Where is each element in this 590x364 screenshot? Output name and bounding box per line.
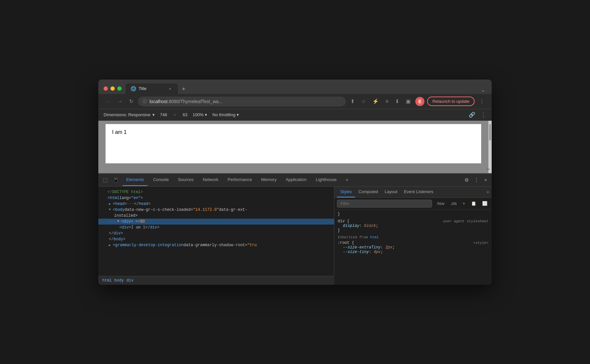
- tab-lighthouse[interactable]: Lighthouse: [312, 174, 341, 186]
- styles-tab-styles[interactable]: Styles: [337, 187, 355, 197]
- tab-network[interactable]: Network: [199, 174, 223, 186]
- styles-tab-layout[interactable]: Layout: [381, 187, 401, 197]
- hov-button[interactable]: :hov: [435, 200, 446, 207]
- forward-button[interactable]: →: [115, 97, 125, 106]
- dom-row[interactable]: ▶ <grammarly-desktop-integration data-gr…: [98, 242, 334, 248]
- refresh-button[interactable]: ↻: [127, 97, 135, 106]
- tab-application[interactable]: Application: [282, 174, 311, 186]
- new-tab-button[interactable]: +: [179, 84, 188, 94]
- url-path: :8080/ThymeleafTest_wa...: [167, 99, 222, 104]
- viewport-height[interactable]: 63: [183, 112, 187, 117]
- bookmark-icon[interactable]: ☆: [359, 97, 368, 106]
- more-options-icon[interactable]: ⋮: [477, 97, 486, 106]
- edit-icon: ✏: [486, 167, 490, 172]
- download-icon[interactable]: ⬇: [393, 97, 401, 106]
- device-toolbar: Dimensions: Responsive ▾ 748 × 63 100% ▾…: [98, 109, 492, 121]
- back-button[interactable]: ←: [104, 97, 113, 106]
- zoom-selector[interactable]: 100% ▾: [193, 112, 207, 117]
- active-tab[interactable]: 🌐 Title ×: [126, 83, 178, 94]
- dom-row[interactable]: ▶ <head> ··· </head>: [98, 201, 334, 207]
- styles-tab-event-listeners[interactable]: Event Listeners: [401, 187, 437, 197]
- resize-handle[interactable]: ⋯: [292, 165, 298, 173]
- dom-row[interactable]: <html lang="en">: [98, 195, 334, 201]
- viewport-width[interactable]: 748: [160, 112, 167, 117]
- profile-avatar[interactable]: E: [415, 97, 424, 106]
- dimensions-selector[interactable]: Dimensions: Responsive ▾: [104, 112, 155, 117]
- style-rule-header: div { user agent stylesheet: [338, 219, 488, 224]
- throttle-selector[interactable]: No throttling ▾: [212, 112, 239, 117]
- more-tabs-button[interactable]: »: [342, 174, 352, 186]
- style-property[interactable]: display: [343, 224, 359, 228]
- extensions-icon[interactable]: ⚡: [370, 97, 381, 106]
- page-text: I am 1: [112, 129, 127, 135]
- styles-filter-bar: :hov .cls + 📋 ⬜: [334, 198, 492, 210]
- style-value[interactable]: 2px: [385, 245, 393, 250]
- devtools-settings-icon[interactable]: ⚙: [462, 174, 471, 186]
- inherited-ref[interactable]: html: [370, 235, 379, 239]
- dom-row[interactable]: </body>: [98, 236, 334, 242]
- tab-search-icon[interactable]: ≡: [384, 97, 390, 106]
- traffic-lights: [104, 86, 122, 91]
- styles-tab-computed[interactable]: Computed: [355, 187, 381, 197]
- devtools-panel: ⬚ 📱 Elements Console Sources Network Per…: [98, 173, 492, 285]
- inspect-element-icon[interactable]: ⬚: [101, 174, 109, 186]
- tab-title: Title: [139, 86, 165, 91]
- url-host: localhost: [149, 99, 167, 104]
- toolbar-more-icon[interactable]: ⋮: [481, 111, 486, 118]
- toggle-sidebar-button[interactable]: ⬜: [481, 200, 489, 207]
- dom-panel-container: <!DOCTYPE html> <html lang="en"> ▶ <head…: [98, 187, 334, 285]
- tab-memory[interactable]: Memory: [257, 174, 281, 186]
- copy-styles-button[interactable]: 📋: [469, 200, 478, 207]
- devtools-right-icons: ⚙ ⋮ ×: [462, 174, 489, 186]
- tab-favicon: 🌐: [131, 86, 136, 91]
- share-icon[interactable]: ⬆: [348, 97, 357, 106]
- add-style-button[interactable]: +: [461, 200, 467, 207]
- devtools-tab-bar: ⬚ 📱 Elements Console Sources Network Per…: [98, 174, 492, 187]
- tab-elements[interactable]: Elements: [122, 174, 148, 186]
- minimize-traffic-light[interactable]: [110, 86, 115, 91]
- dom-panel[interactable]: <!DOCTYPE html> <html lang="en"> ▶ <head…: [98, 187, 334, 276]
- tab-overflow-button[interactable]: ⌄: [480, 86, 486, 94]
- cls-button[interactable]: .cls: [449, 200, 459, 207]
- style-value[interactable]: 4px: [374, 250, 381, 254]
- styles-filter-input[interactable]: [337, 200, 432, 208]
- styles-more-tabs[interactable]: »: [486, 189, 489, 194]
- style-rule-div: div { user agent stylesheet display: blo…: [338, 219, 488, 233]
- device-mode-icon[interactable]: 📱: [111, 174, 121, 186]
- tab-console[interactable]: Console: [149, 174, 173, 186]
- style-property[interactable]: --size-tiny: [343, 250, 369, 254]
- tab-performance[interactable]: Performance: [224, 174, 256, 186]
- browser-window: 🌐 Title × + ⌄ ← → ↻ ⓘ localhost:8080/Thy…: [98, 80, 492, 285]
- breadcrumb-html[interactable]: html: [102, 278, 112, 283]
- dom-row[interactable]: </div>: [98, 230, 334, 236]
- breadcrumb-body[interactable]: body: [114, 278, 124, 283]
- breadcrumb-div[interactable]: div: [127, 278, 134, 283]
- viewport: I am 1 ⋯ ✏: [98, 121, 492, 173]
- tab-close-button[interactable]: ×: [167, 86, 173, 91]
- devtools-more-icon[interactable]: ⋮: [472, 174, 481, 186]
- relaunch-button[interactable]: Relaunch to update: [427, 97, 475, 106]
- tab-sources[interactable]: Sources: [174, 174, 198, 186]
- throttle-label: No throttling: [212, 112, 235, 117]
- throttle-chevron: ▾: [237, 112, 239, 117]
- dom-row[interactable]: <!DOCTYPE html>: [98, 189, 334, 195]
- styles-content: } div { user agent stylesheet display: b…: [334, 210, 492, 285]
- style-value[interactable]: block: [364, 224, 376, 228]
- style-selector: div {: [338, 219, 349, 224]
- url-bar[interactable]: ⓘ localhost:8080/ThymeleafTest_wa...: [138, 97, 346, 106]
- no-touch-icon[interactable]: 🔗: [469, 112, 475, 118]
- dom-row-selected[interactable]: ··· ▼ <div> == $0: [98, 219, 334, 225]
- dom-row[interactable]: installed>: [98, 213, 334, 219]
- styles-tab-bar: Styles Computed Layout Event Listeners »: [334, 187, 492, 198]
- style-property[interactable]: --size-extraTiny: [343, 245, 381, 250]
- dom-row[interactable]: ▼ <body data-new-gr-c-s-check-loaded="14…: [98, 207, 334, 213]
- close-traffic-light[interactable]: [104, 86, 108, 91]
- devtools-close-icon[interactable]: ×: [482, 174, 489, 186]
- sidebar-icon[interactable]: ▣: [404, 97, 413, 106]
- dimensions-label: Dimensions: Responsive: [104, 112, 150, 117]
- dom-row[interactable]: <div>I am 1</div>: [98, 225, 334, 230]
- address-bar: ← → ↻ ⓘ localhost:8080/ThymeleafTest_wa.…: [98, 94, 492, 109]
- zoom-chevron: ▾: [205, 112, 207, 117]
- maximize-traffic-light[interactable]: [117, 86, 122, 91]
- dom-breadcrumb: html body div: [98, 276, 334, 285]
